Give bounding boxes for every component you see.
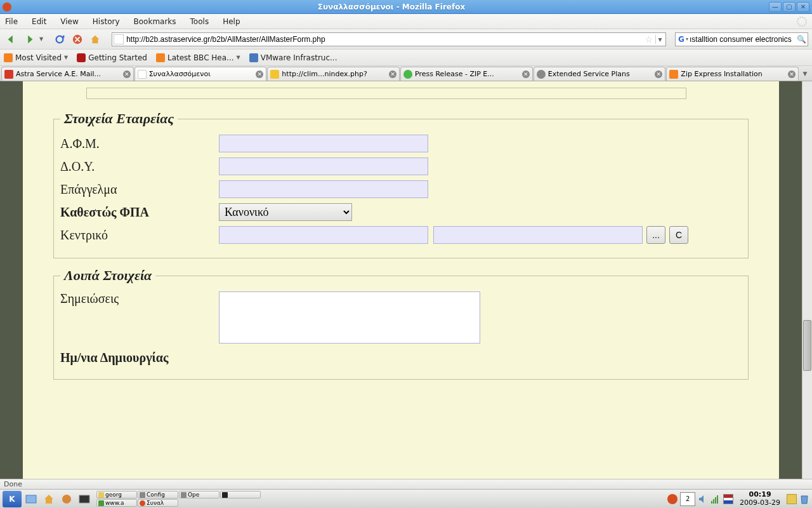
url-bar[interactable]: ☆ ▾ [112,32,666,46]
close-tab-icon[interactable]: ✕ [522,70,530,78]
bookmark-most-visited[interactable]: Most Visited▼ [4,53,68,62]
google-icon[interactable]: G [677,35,686,44]
desktop-pager[interactable]: 2 [680,492,695,506]
menu-view[interactable]: View [60,17,78,26]
window-titlebar: Συναλλασσόμενοι - Mozilla Firefox — ▢ ✕ [0,0,812,14]
folder-icon [98,492,104,498]
gear-icon [537,70,546,79]
mozilla-icon [77,53,86,62]
close-tab-icon[interactable]: ✕ [256,70,263,78]
tab-extended-service[interactable]: Extended Service Plans✕ [534,67,666,81]
quicklaunch-system[interactable] [58,491,75,507]
vertical-scrollbar[interactable] [802,81,812,479]
tab-astra-mail[interactable]: Astra Service A.E. Mail...✕ [1,67,134,81]
menu-edit[interactable]: Edit [32,17,46,26]
stop-button[interactable] [70,32,85,47]
page-favicon [114,34,124,44]
volume-icon[interactable] [698,494,708,504]
menu-tools[interactable]: Tools [190,17,209,26]
close-tab-icon[interactable]: ✕ [788,70,796,78]
bookmark-getting-started[interactable]: Getting Started [77,53,147,62]
star-icon [270,70,279,79]
maximize-button[interactable]: ▢ [783,2,796,12]
tab-clim[interactable]: http://clim...nindex.php?✕ [267,67,400,81]
keyboard-layout-icon[interactable] [723,494,733,504]
quicklaunch-home[interactable] [41,491,57,507]
tab-synallassomenoi[interactable]: Συναλλασσόμενοι✕ [134,67,267,81]
task-item[interactable] [220,491,261,498]
tab-press-release[interactable]: Press Release - ZIP E...✕ [400,67,533,81]
home-button[interactable] [88,32,103,47]
minimize-button[interactable]: — [769,2,782,12]
task-item[interactable]: Συναλ [138,499,178,507]
scrollbar-thumb[interactable] [803,320,811,371]
page-icon [138,70,147,79]
svg-rect-6 [713,499,714,504]
search-bar[interactable]: G ▾ 🔍 [675,32,808,46]
rss-icon [156,53,165,62]
tab-list-dropdown[interactable]: ▼ [799,67,811,81]
menu-bookmarks[interactable]: Bookmarks [134,17,176,26]
url-dropdown-icon[interactable]: ▾ [655,35,664,44]
legend-other-info: Λοιπά Στοιχεία [60,267,155,284]
bookmark-star-icon[interactable]: ☆ [645,34,653,44]
select-vat-status[interactable]: Κανονικό [219,203,352,221]
nav-history-dropdown[interactable]: ▼ [39,36,43,42]
clear-button[interactable]: C [669,226,688,244]
back-button[interactable] [4,32,19,47]
input-afm[interactable] [219,135,428,152]
vmware-icon [249,53,258,62]
menu-bar: File Edit View History Bookmarks Tools H… [0,14,812,29]
trash-icon[interactable] [799,494,809,504]
bookmarks-toolbar: Most Visited▼ Getting Started Latest BBC… [0,50,812,66]
window-title: Συναλλασσόμενοι - Mozilla Firefox [15,3,768,11]
task-item[interactable]: Config [138,491,178,498]
close-window-button[interactable]: ✕ [797,2,809,12]
kmenu-button[interactable]: K [3,491,22,507]
clock[interactable]: 00:19 2009-03-29 [740,491,780,506]
browser-viewport: Στοιχεία Εταιρείας Α.Φ.Μ. Δ.Ο.Υ. Επάγγελ… [0,81,812,479]
task-item[interactable]: georg [96,491,137,498]
search-go-icon[interactable]: 🔍 [797,35,806,44]
network-icon[interactable] [710,494,721,504]
rss-icon [4,53,13,62]
navigation-toolbar: ▼ ☆ ▾ G ▾ 🔍 [0,29,812,50]
lookup-button[interactable]: ... [646,226,665,244]
quicklaunch-desktop[interactable] [23,491,39,507]
quicklaunch-terminal[interactable] [76,491,93,507]
menu-history[interactable]: History [93,17,120,26]
menu-file[interactable]: File [5,17,18,26]
menu-help[interactable]: Help [223,17,240,26]
chevron-down-icon: ▼ [64,55,68,60]
input-job[interactable] [219,180,428,198]
url-input[interactable] [126,35,645,44]
close-tab-icon[interactable]: ✕ [123,70,131,78]
close-tab-icon[interactable]: ✕ [389,70,396,78]
task-list: georg Config Ope www.a Συναλ [96,491,261,507]
forward-button[interactable] [22,32,37,47]
input-doy[interactable] [219,157,428,175]
globe-icon [403,70,412,79]
klipper-icon[interactable] [787,494,797,504]
task-item[interactable]: www.a [96,499,137,507]
tab-zip-express[interactable]: Zip Express Installation✕ [666,67,799,81]
textarea-notes[interactable] [219,291,480,344]
label-central: Κεντρικό [60,228,219,243]
label-afm: Α.Φ.Μ. [60,137,219,151]
label-job: Επάγγελμα [60,182,219,197]
kde-taskbar: K georg Config Ope www.a Συναλ 2 00:19 2… [0,489,812,508]
chevron-down-icon: ▼ [237,55,240,60]
clock-date: 2009-03-29 [740,499,780,507]
blogger-icon [669,70,678,79]
globe-icon [98,500,104,506]
fieldset-other-info: Λοιπά Στοιχεία Σημειώσεις Ημ/νια Δημιουρ… [53,267,749,380]
bookmark-bbc[interactable]: Latest BBC Hea...▼ [156,53,240,62]
reload-button[interactable] [52,32,67,47]
firefox-tray-icon[interactable] [667,494,678,504]
close-tab-icon[interactable]: ✕ [655,70,662,78]
bookmark-vmware[interactable]: VMware Infrastruc... [249,53,337,62]
search-input[interactable] [688,35,797,44]
input-central-name[interactable] [433,226,643,244]
task-item[interactable]: Ope [179,491,219,498]
input-central-code[interactable] [219,226,428,244]
